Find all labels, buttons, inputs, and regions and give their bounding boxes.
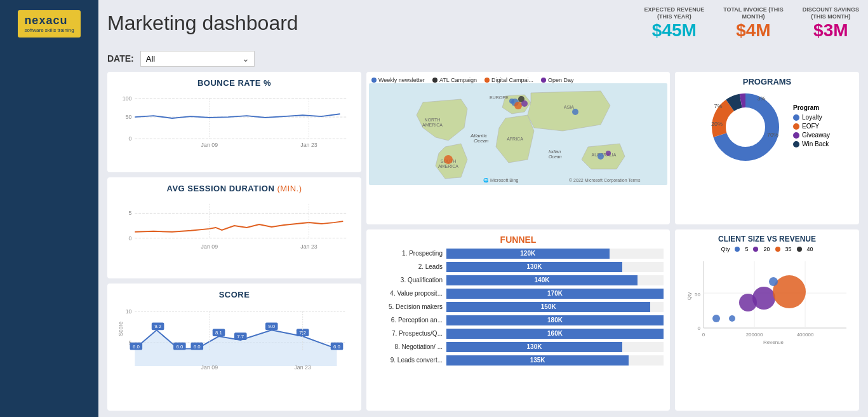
svg-text:Ocean: Ocean xyxy=(474,138,489,144)
kpi-section: EXPECTED REVENUE(THIS YEAR) $45M TOTAL I… xyxy=(644,6,859,41)
funnel-bar-2: 130K xyxy=(446,262,622,272)
funnel-bar-wrap-6: 180K xyxy=(446,315,664,325)
avg-session-chart: 5 0 Jan 09 Jan 23 xyxy=(116,197,352,254)
funnel-title: FUNNEL xyxy=(373,235,664,245)
legend-loyalty-label: Loyalty xyxy=(802,114,822,121)
funnel-label-5: 5. Decision makers xyxy=(373,303,443,310)
funnel-row-8: 8. Negotiation/ ... 130K xyxy=(373,342,664,352)
funnel-bar-4: 170K xyxy=(446,289,664,299)
funnel-label-7: 7. Prospectus/Q... xyxy=(373,330,443,337)
svg-text:400000: 400000 xyxy=(797,332,814,338)
date-filter-row: DATE: All This Month This Year xyxy=(107,51,859,67)
date-label: DATE: xyxy=(107,53,134,64)
client-legend-5-dot xyxy=(735,247,740,252)
legend-giveaway-label: Giveaway xyxy=(802,132,830,139)
programs-title: PROGRAMS xyxy=(681,77,853,86)
svg-point-63 xyxy=(509,99,514,104)
client-size-card: CLIENT SIZE vs REVENUE Qty 5 20 35 40 xyxy=(675,229,859,411)
svg-text:6.0: 6.0 xyxy=(176,343,184,349)
svg-text:6.0: 6.0 xyxy=(194,343,201,349)
programs-donut-chart: 20% 7% 3% 70% xyxy=(704,89,787,165)
client-legend-40-dot xyxy=(797,247,802,252)
svg-text:Jan 09: Jan 09 xyxy=(201,243,218,250)
funnel-label-8: 8. Negotiation/ ... xyxy=(373,343,443,350)
svg-text:100: 100 xyxy=(123,95,132,101)
svg-point-62 xyxy=(521,100,528,107)
kpi-discount-savings-value: $3M xyxy=(803,20,859,41)
funnel-bar-7: 160K xyxy=(446,329,664,339)
svg-text:Jan 23: Jan 23 xyxy=(300,142,317,148)
svg-text:9.2: 9.2 xyxy=(154,324,161,329)
legend-weekly-label: Weekly newsletter xyxy=(378,77,425,83)
client-size-chart: 50 0 0 200000 400000 Revenue Qty xyxy=(681,255,853,344)
funnel-val-9: 135K xyxy=(530,357,545,364)
funnel-val-5: 150K xyxy=(541,303,556,310)
kpi-expected-revenue-value: $45M xyxy=(644,20,705,41)
legend-winback: Win Back xyxy=(793,140,830,147)
svg-text:3%: 3% xyxy=(758,95,766,102)
client-legend-20-label: 20 xyxy=(763,246,770,252)
sidebar: nexacu software skills training xyxy=(0,0,98,417)
legend-openday: Open Day xyxy=(541,77,574,83)
svg-text:ASIA: ASIA xyxy=(564,105,574,109)
svg-point-65 xyxy=(598,153,604,160)
bounce-rate-chart: 100 50 0 Jan 09 Jan 23 xyxy=(116,92,352,149)
funnel-val-7: 160K xyxy=(547,330,563,337)
funnel-label-1: 1. Prospecting xyxy=(373,250,443,257)
legend-giveaway-dot xyxy=(793,132,799,139)
svg-text:9.0: 9.0 xyxy=(268,324,276,329)
funnel-label-3: 3. Qualification xyxy=(373,277,443,284)
logo-text: nexacu xyxy=(24,14,74,27)
logo: nexacu software skills training xyxy=(18,10,80,38)
svg-text:Jan 23: Jan 23 xyxy=(300,243,317,250)
svg-text:10: 10 xyxy=(126,308,132,315)
svg-text:Score: Score xyxy=(117,322,124,336)
svg-text:AFRICA: AFRICA xyxy=(507,137,523,141)
svg-text:Indian: Indian xyxy=(549,149,561,154)
client-legend-20-dot xyxy=(753,247,758,252)
programs-legend: Program Loyalty EOFY Giveaway xyxy=(793,104,830,149)
client-legend-35-label: 35 xyxy=(785,246,792,252)
funnel-val-3: 140K xyxy=(535,277,550,284)
svg-text:7.7: 7.7 xyxy=(237,334,244,339)
svg-text:70%: 70% xyxy=(767,132,778,138)
svg-text:200000: 200000 xyxy=(746,332,763,338)
svg-text:5: 5 xyxy=(129,210,132,217)
svg-text:7%: 7% xyxy=(714,103,723,109)
svg-point-58 xyxy=(444,155,453,164)
svg-text:Qty: Qty xyxy=(686,292,692,300)
score-chart: 10 5 Score 6.0 9.2 6.0 xyxy=(116,303,352,373)
kpi-expected-revenue: EXPECTED REVENUE(THIS YEAR) $45M xyxy=(644,6,705,41)
kpi-discount-savings-label: DISCOUNT SAVINGS(THIS MONTH) xyxy=(803,6,859,20)
svg-point-92 xyxy=(773,275,806,308)
svg-point-61 xyxy=(514,102,522,109)
svg-point-64 xyxy=(572,109,578,115)
funnel-bar-wrap-5: 150K xyxy=(446,302,664,312)
legend-eofy-dot xyxy=(793,123,799,130)
dashboard-title: Marketing dashboard xyxy=(107,11,298,35)
funnel-bar-wrap-2: 130K xyxy=(446,262,664,272)
date-select[interactable]: All This Month This Year xyxy=(140,51,255,67)
donut-wrap: 20% 7% 3% 70% Program Loyalty EOFY xyxy=(681,89,853,165)
funnel-bar-6: 180K xyxy=(446,315,664,325)
bounce-rate-card: BOUNCE RATE % 100 50 0 Jan 09 Jan 23 xyxy=(107,72,361,173)
funnel-val-8: 130K xyxy=(527,343,542,350)
svg-text:EUROPE: EUROPE xyxy=(490,95,509,100)
left-column: BOUNCE RATE % 100 50 0 Jan 09 Jan 23 xyxy=(107,72,361,411)
funnel-bar-5: 150K xyxy=(446,302,650,312)
score-card: SCORE 10 5 Score 6.0 xyxy=(107,284,361,411)
programs-legend-header: Program xyxy=(793,104,830,111)
kpi-total-invoice: TOTAL INVOICE (THISMONTH) $4M xyxy=(723,6,784,41)
funnel-label-9: 9. Leads convert... xyxy=(373,357,443,364)
legend-digital: Digital Campai... xyxy=(484,77,533,83)
main-content: Marketing dashboard EXPECTED REVENUE(THI… xyxy=(98,0,868,417)
legend-winback-label: Win Back xyxy=(802,140,829,147)
legend-eofy: EOFY xyxy=(793,123,830,130)
programs-card: PROGRAMS 20% 7% 3% 70% xyxy=(675,72,859,224)
svg-text:0: 0 xyxy=(702,332,705,338)
svg-text:20%: 20% xyxy=(711,121,723,127)
svg-point-93 xyxy=(769,277,778,286)
header-row: Marketing dashboard EXPECTED REVENUE(THI… xyxy=(107,6,859,41)
funnel-bar-wrap-3: 140K xyxy=(446,275,664,285)
date-select-wrapper[interactable]: All This Month This Year xyxy=(140,51,255,67)
